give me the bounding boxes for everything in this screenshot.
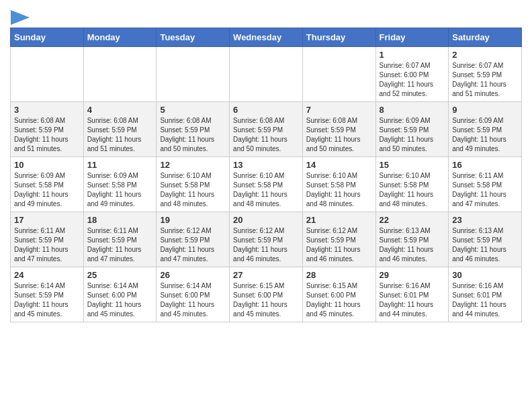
logo-icon (11, 10, 31, 25)
day-number: 14 (306, 160, 372, 170)
svg-marker-0 (11, 10, 30, 25)
calendar-cell: 7Sunrise: 6:08 AMSunset: 5:59 PMDaylight… (302, 102, 375, 157)
day-info: Sunrise: 6:15 AMSunset: 6:00 PMDaylight:… (233, 282, 287, 318)
day-number: 9 (452, 105, 518, 115)
calendar-cell: 5Sunrise: 6:08 AMSunset: 5:59 PMDaylight… (157, 102, 230, 157)
day-number: 23 (452, 215, 518, 225)
day-info: Sunrise: 6:14 AMSunset: 6:00 PMDaylight:… (87, 282, 142, 318)
calendar-week-1: 1Sunrise: 6:07 AMSunset: 6:00 PMDaylight… (11, 47, 522, 102)
day-number: 19 (160, 215, 226, 225)
day-info: Sunrise: 6:08 AMSunset: 5:59 PMDaylight:… (160, 117, 214, 152)
day-number: 3 (14, 105, 80, 115)
day-info: Sunrise: 6:12 AMSunset: 5:59 PMDaylight:… (160, 227, 214, 263)
calendar-cell (302, 47, 375, 102)
calendar-cell (157, 47, 230, 102)
day-number: 26 (160, 270, 226, 280)
calendar-cell: 30Sunrise: 6:16 AMSunset: 6:01 PMDayligh… (449, 267, 522, 322)
day-info: Sunrise: 6:09 AMSunset: 5:58 PMDaylight:… (14, 172, 69, 208)
day-info: Sunrise: 6:11 AMSunset: 5:59 PMDaylight:… (87, 227, 142, 263)
calendar-cell: 18Sunrise: 6:11 AMSunset: 5:59 PMDayligh… (83, 212, 157, 267)
day-info: Sunrise: 6:08 AMSunset: 5:59 PMDaylight:… (306, 117, 361, 152)
weekday-header-monday: Monday (83, 28, 157, 47)
day-number: 24 (14, 270, 80, 280)
calendar-cell: 10Sunrise: 6:09 AMSunset: 5:58 PMDayligh… (11, 157, 84, 212)
day-number: 27 (233, 270, 299, 280)
day-number: 5 (160, 105, 226, 115)
page: SundayMondayTuesdayWednesdayThursdayFrid… (0, 0, 532, 332)
day-info: Sunrise: 6:13 AMSunset: 5:59 PMDaylight:… (452, 227, 506, 263)
day-info: Sunrise: 6:14 AMSunset: 6:00 PMDaylight:… (160, 282, 214, 318)
day-number: 16 (452, 160, 518, 170)
day-number: 29 (380, 270, 445, 280)
day-number: 22 (380, 215, 445, 225)
calendar-cell: 13Sunrise: 6:10 AMSunset: 5:58 PMDayligh… (230, 157, 303, 212)
day-info: Sunrise: 6:10 AMSunset: 5:58 PMDaylight:… (233, 172, 287, 208)
calendar-cell: 2Sunrise: 6:07 AMSunset: 5:59 PMDaylight… (449, 47, 522, 102)
calendar-cell: 25Sunrise: 6:14 AMSunset: 6:00 PMDayligh… (83, 267, 157, 322)
day-number: 8 (380, 105, 445, 115)
day-number: 15 (380, 160, 445, 170)
calendar-cell: 15Sunrise: 6:10 AMSunset: 5:58 PMDayligh… (375, 157, 449, 212)
day-info: Sunrise: 6:10 AMSunset: 5:58 PMDaylight:… (306, 172, 361, 208)
calendar-cell: 12Sunrise: 6:10 AMSunset: 5:58 PMDayligh… (157, 157, 230, 212)
day-info: Sunrise: 6:08 AMSunset: 5:59 PMDaylight:… (87, 117, 142, 152)
weekday-header-wednesday: Wednesday (230, 28, 303, 47)
day-number: 13 (233, 160, 299, 170)
calendar-week-3: 10Sunrise: 6:09 AMSunset: 5:58 PMDayligh… (11, 157, 522, 212)
calendar-body: 1Sunrise: 6:07 AMSunset: 6:00 PMDaylight… (11, 47, 522, 322)
day-info: Sunrise: 6:08 AMSunset: 5:59 PMDaylight:… (14, 117, 69, 152)
weekday-header-row: SundayMondayTuesdayWednesdayThursdayFrid… (11, 28, 522, 47)
calendar-cell: 9Sunrise: 6:09 AMSunset: 5:59 PMDaylight… (449, 102, 522, 157)
day-number: 20 (233, 215, 299, 225)
day-info: Sunrise: 6:07 AMSunset: 5:59 PMDaylight:… (452, 62, 506, 97)
calendar-cell: 19Sunrise: 6:12 AMSunset: 5:59 PMDayligh… (157, 212, 230, 267)
calendar: SundayMondayTuesdayWednesdayThursdayFrid… (10, 28, 522, 322)
logo (10, 7, 31, 22)
day-number: 21 (306, 215, 372, 225)
calendar-cell: 1Sunrise: 6:07 AMSunset: 6:00 PMDaylight… (375, 47, 449, 102)
calendar-cell (230, 47, 303, 102)
calendar-week-5: 24Sunrise: 6:14 AMSunset: 5:59 PMDayligh… (11, 267, 522, 322)
weekday-header-sunday: Sunday (11, 28, 84, 47)
calendar-cell: 28Sunrise: 6:15 AMSunset: 6:00 PMDayligh… (302, 267, 375, 322)
day-number: 2 (452, 50, 518, 60)
day-number: 7 (306, 105, 372, 115)
calendar-cell: 14Sunrise: 6:10 AMSunset: 5:58 PMDayligh… (302, 157, 375, 212)
day-info: Sunrise: 6:10 AMSunset: 5:58 PMDaylight:… (160, 172, 214, 208)
calendar-cell: 24Sunrise: 6:14 AMSunset: 5:59 PMDayligh… (11, 267, 84, 322)
calendar-cell: 11Sunrise: 6:09 AMSunset: 5:58 PMDayligh… (83, 157, 157, 212)
calendar-cell: 16Sunrise: 6:11 AMSunset: 5:58 PMDayligh… (449, 157, 522, 212)
day-info: Sunrise: 6:16 AMSunset: 6:01 PMDaylight:… (452, 282, 506, 318)
calendar-cell: 6Sunrise: 6:08 AMSunset: 5:59 PMDaylight… (230, 102, 303, 157)
calendar-cell: 3Sunrise: 6:08 AMSunset: 5:59 PMDaylight… (11, 102, 84, 157)
day-info: Sunrise: 6:11 AMSunset: 5:59 PMDaylight:… (14, 227, 69, 263)
calendar-cell: 23Sunrise: 6:13 AMSunset: 5:59 PMDayligh… (449, 212, 522, 267)
day-number: 4 (87, 105, 153, 115)
day-info: Sunrise: 6:09 AMSunset: 5:58 PMDaylight:… (87, 172, 142, 208)
calendar-cell (11, 47, 84, 102)
calendar-week-4: 17Sunrise: 6:11 AMSunset: 5:59 PMDayligh… (11, 212, 522, 267)
day-number: 30 (452, 270, 518, 280)
calendar-cell: 27Sunrise: 6:15 AMSunset: 6:00 PMDayligh… (230, 267, 303, 322)
day-number: 25 (87, 270, 153, 280)
calendar-cell: 4Sunrise: 6:08 AMSunset: 5:59 PMDaylight… (83, 102, 157, 157)
calendar-cell (83, 47, 157, 102)
calendar-cell: 26Sunrise: 6:14 AMSunset: 6:00 PMDayligh… (157, 267, 230, 322)
calendar-cell: 21Sunrise: 6:12 AMSunset: 5:59 PMDayligh… (302, 212, 375, 267)
day-info: Sunrise: 6:12 AMSunset: 5:59 PMDaylight:… (233, 227, 287, 263)
day-number: 10 (14, 160, 80, 170)
day-info: Sunrise: 6:15 AMSunset: 6:00 PMDaylight:… (306, 282, 361, 318)
day-number: 18 (87, 215, 153, 225)
day-info: Sunrise: 6:07 AMSunset: 6:00 PMDaylight:… (380, 62, 434, 97)
day-info: Sunrise: 6:16 AMSunset: 6:01 PMDaylight:… (380, 282, 434, 318)
day-info: Sunrise: 6:11 AMSunset: 5:58 PMDaylight:… (452, 172, 506, 208)
day-number: 1 (380, 50, 445, 60)
day-info: Sunrise: 6:08 AMSunset: 5:59 PMDaylight:… (233, 117, 287, 152)
day-info: Sunrise: 6:12 AMSunset: 5:59 PMDaylight:… (306, 227, 361, 263)
calendar-cell: 22Sunrise: 6:13 AMSunset: 5:59 PMDayligh… (375, 212, 449, 267)
calendar-week-2: 3Sunrise: 6:08 AMSunset: 5:59 PMDaylight… (11, 102, 522, 157)
calendar-cell: 29Sunrise: 6:16 AMSunset: 6:01 PMDayligh… (375, 267, 449, 322)
weekday-header-tuesday: Tuesday (157, 28, 230, 47)
weekday-header-friday: Friday (375, 28, 449, 47)
day-number: 11 (87, 160, 153, 170)
